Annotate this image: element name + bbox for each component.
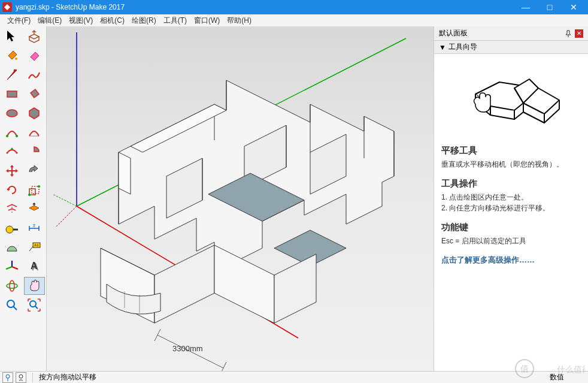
svg-point-5: [6, 152, 8, 154]
section-tool[interactable]: [24, 200, 46, 218]
move-tool[interactable]: [1, 162, 23, 180]
titlebar: yangzi.skp - SketchUp Make 2017 — □ ✕: [0, 0, 588, 14]
menu-tools[interactable]: 工具(T): [160, 14, 190, 27]
zoom-extents-tool[interactable]: [24, 296, 46, 314]
menu-help[interactable]: 帮助(H): [223, 14, 255, 27]
window-title: yangzi.skp - SketchUp Make 2017: [16, 3, 125, 11]
menu-file[interactable]: 文件(F): [4, 14, 34, 27]
function-text: Esc = 启用以前选定的工具: [441, 236, 581, 246]
menu-view[interactable]: 视图(V): [65, 14, 96, 27]
tool-description: 垂直或水平移动相机（即您的视角）。: [441, 159, 581, 170]
rectangle-tool[interactable]: [1, 85, 23, 103]
axes-tool[interactable]: [1, 258, 23, 276]
svg-line-25: [53, 194, 77, 206]
learn-more-link[interactable]: 点击了解更多高级操作……: [441, 255, 581, 266]
maximize-button[interactable]: □: [538, 0, 562, 14]
collapse-icon: ▼: [439, 43, 446, 52]
svg-line-30: [220, 362, 226, 371]
toolbar: 3' A1 AA: [0, 26, 47, 371]
svg-point-19: [10, 281, 14, 291]
dimension-label: 3300mm: [172, 344, 203, 353]
close-button[interactable]: ✕: [562, 0, 586, 14]
freehand-tool[interactable]: [24, 66, 46, 84]
offset-tool[interactable]: [1, 200, 23, 218]
svg-point-11: [38, 185, 40, 188]
svg-point-6: [11, 148, 13, 150]
svg-text:A1: A1: [35, 243, 40, 247]
menu-window[interactable]: 窗口(W): [190, 14, 223, 27]
credits-icon[interactable]: [16, 372, 26, 383]
three-point-arc-tool[interactable]: [1, 143, 23, 161]
svg-point-7: [16, 152, 17, 154]
svg-text:3': 3': [33, 224, 36, 228]
measurement-label: 数值: [547, 372, 588, 382]
tool-name: 平移工具: [441, 145, 581, 156]
svg-point-4: [16, 135, 18, 137]
geo-location-icon[interactable]: [2, 372, 13, 383]
tape-measure-tool[interactable]: [1, 219, 23, 237]
rotate-tool[interactable]: [1, 181, 23, 199]
panel-subheader[interactable]: ▼ 工具向导: [434, 41, 588, 54]
zoom-tool[interactable]: [1, 296, 23, 314]
pie-tool[interactable]: [24, 143, 46, 161]
dimension-tool[interactable]: 3': [24, 219, 46, 237]
arc-tool[interactable]: [1, 123, 23, 141]
tool-illustration: [441, 61, 581, 127]
scale-tool[interactable]: [24, 181, 46, 199]
protractor-tool[interactable]: [1, 239, 23, 257]
function-title: 功能键: [441, 222, 581, 233]
rotated-rect-tool[interactable]: [24, 85, 46, 103]
select-tool[interactable]: [1, 28, 23, 46]
orbit-tool[interactable]: [1, 277, 23, 295]
push-pull-tool[interactable]: [24, 28, 46, 46]
menu-camera[interactable]: 相机(C): [96, 14, 128, 27]
operation-title: 工具操作: [441, 178, 581, 189]
svg-line-26: [56, 206, 77, 227]
svg-point-12: [6, 226, 13, 233]
paint-bucket-tool[interactable]: [1, 47, 23, 65]
status-message: 按方向拖动以平移: [37, 372, 547, 382]
instructor-panel: 默认面板 ✕ ▼ 工具向导: [434, 26, 588, 371]
menubar: 文件(F) 编辑(E) 视图(V) 相机(C) 绘图(R) 工具(T) 窗口(W…: [0, 14, 588, 26]
pan-tool[interactable]: [24, 277, 46, 295]
two-point-arc-tool[interactable]: [24, 123, 46, 141]
line-tool[interactable]: [1, 66, 23, 84]
eraser-tool[interactable]: [24, 47, 46, 65]
svg-point-18: [7, 284, 17, 288]
polygon-tool[interactable]: [24, 104, 46, 122]
panel-close-button[interactable]: ✕: [575, 29, 583, 38]
svg-point-32: [6, 375, 10, 378]
operation-steps: 1. 点击绘图区内任意一处。 2. 向任意方向移动光标进行平移。: [441, 192, 581, 213]
viewport[interactable]: 3300mm: [47, 26, 434, 371]
svg-rect-1: [7, 91, 17, 97]
menu-draw[interactable]: 绘图(R): [128, 14, 160, 27]
svg-point-10: [28, 194, 31, 196]
3d-text-tool[interactable]: AA: [24, 258, 46, 276]
svg-point-33: [19, 375, 23, 378]
svg-point-2: [7, 110, 17, 117]
svg-rect-8: [29, 189, 35, 195]
text-tool[interactable]: A1: [24, 239, 46, 257]
follow-me-tool[interactable]: [24, 162, 46, 180]
svg-point-3: [6, 135, 8, 137]
panel-header[interactable]: 默认面板 ✕: [434, 26, 588, 41]
app-icon: [2, 2, 12, 12]
statusbar: 按方向拖动以平移 数值: [0, 371, 588, 383]
menu-edit[interactable]: 编辑(E): [34, 14, 65, 27]
minimize-button[interactable]: —: [514, 0, 538, 14]
svg-text:A: A: [31, 261, 38, 271]
svg-point-0: [15, 58, 17, 60]
pin-icon[interactable]: [564, 29, 572, 38]
circle-tool[interactable]: [1, 104, 23, 122]
